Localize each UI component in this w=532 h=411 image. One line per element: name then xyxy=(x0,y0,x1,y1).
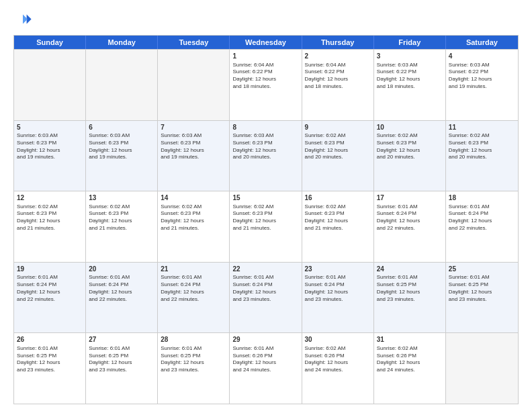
calendar-header: SundayMondayTuesdayWednesdayThursdayFrid… xyxy=(14,36,518,49)
calendar-cell: 31Sunrise: 6:02 AMSunset: 6:26 PMDayligh… xyxy=(374,333,446,404)
logo xyxy=(13,11,35,30)
cell-line: Sunrise: 6:03 AM xyxy=(161,132,226,140)
cell-line: Sunset: 6:23 PM xyxy=(305,140,371,147)
cell-line: and 21 minutes. xyxy=(89,225,154,232)
cell-line: and 22 minutes. xyxy=(89,296,154,304)
calendar-cell: 22Sunrise: 6:01 AMSunset: 6:24 PMDayligh… xyxy=(230,263,302,333)
cell-line: Sunset: 6:22 PM xyxy=(449,68,515,76)
cell-line: Sunrise: 6:02 AM xyxy=(305,132,371,140)
cell-line: and 18 minutes. xyxy=(377,83,443,91)
cell-line: and 22 minutes. xyxy=(17,296,83,304)
cell-line: Daylight: 12 hours xyxy=(449,218,515,225)
calendar-cell: 2Sunrise: 6:04 AMSunset: 6:22 PMDaylight… xyxy=(302,50,374,120)
cell-line: Sunset: 6:26 PM xyxy=(232,353,298,360)
calendar-cell: 21Sunrise: 6:01 AMSunset: 6:24 PMDayligh… xyxy=(158,263,230,333)
cell-line: Sunset: 6:22 PM xyxy=(232,68,298,76)
cell-line: Sunset: 6:23 PM xyxy=(232,210,298,218)
cell-line: and 21 minutes. xyxy=(232,225,298,232)
day-number: 15 xyxy=(232,193,298,203)
cell-line: Sunset: 6:24 PM xyxy=(305,281,371,289)
cell-line: Daylight: 12 hours xyxy=(17,218,83,225)
day-number: 3 xyxy=(377,52,443,61)
day-number: 8 xyxy=(232,123,298,132)
cell-line: Sunset: 6:23 PM xyxy=(17,210,83,218)
cell-line: Daylight: 12 hours xyxy=(377,218,443,225)
cell-line: Sunrise: 6:01 AM xyxy=(89,345,154,353)
cell-line: and 19 minutes. xyxy=(17,154,83,161)
cell-line: and 23 minutes. xyxy=(377,296,443,304)
day-number: 4 xyxy=(449,52,515,61)
cell-line: and 24 minutes. xyxy=(305,367,371,374)
calendar-cell: 28Sunrise: 6:01 AMSunset: 6:25 PMDayligh… xyxy=(158,333,230,404)
cell-line: and 19 minutes. xyxy=(161,154,226,161)
day-number: 26 xyxy=(17,335,83,345)
cell-line: Daylight: 12 hours xyxy=(161,359,226,367)
day-number: 18 xyxy=(449,193,515,203)
cell-line: Sunrise: 6:02 AM xyxy=(377,345,443,353)
calendar-cell: 6Sunrise: 6:03 AMSunset: 6:23 PMDaylight… xyxy=(86,121,158,191)
cell-line: Sunset: 6:25 PM xyxy=(89,353,154,360)
cell-line: Daylight: 12 hours xyxy=(161,147,226,154)
cell-line: Sunrise: 6:01 AM xyxy=(17,274,83,281)
cell-line: Sunset: 6:26 PM xyxy=(305,353,371,360)
cell-line: Daylight: 12 hours xyxy=(17,147,83,154)
cell-line: Sunset: 6:23 PM xyxy=(232,140,298,147)
day-number: 21 xyxy=(161,265,226,274)
calendar-cell: 7Sunrise: 6:03 AMSunset: 6:23 PMDaylight… xyxy=(158,121,230,191)
cell-line: Sunset: 6:23 PM xyxy=(161,140,226,147)
day-number: 23 xyxy=(305,265,371,274)
header xyxy=(13,11,519,30)
cell-line: and 23 minutes. xyxy=(305,296,371,304)
cell-line: and 23 minutes. xyxy=(232,296,298,304)
cell-line: Sunrise: 6:03 AM xyxy=(232,132,298,140)
cell-line: Sunset: 6:23 PM xyxy=(449,140,515,147)
calendar-row: 19Sunrise: 6:01 AMSunset: 6:24 PMDayligh… xyxy=(14,262,518,333)
cell-line: Sunset: 6:25 PM xyxy=(449,281,515,289)
calendar-cell xyxy=(86,50,158,120)
calendar-cell xyxy=(158,50,230,120)
cell-line: Daylight: 12 hours xyxy=(377,147,443,154)
cell-line: Sunset: 6:24 PM xyxy=(89,281,154,289)
cell-line: Sunrise: 6:01 AM xyxy=(232,345,298,353)
day-number: 7 xyxy=(161,123,226,132)
day-number: 27 xyxy=(89,335,154,345)
day-number: 20 xyxy=(89,265,154,274)
cell-line: Sunset: 6:23 PM xyxy=(161,210,226,218)
cell-line: Daylight: 12 hours xyxy=(89,147,154,154)
cell-line: and 22 minutes. xyxy=(377,225,443,232)
cell-line: Sunset: 6:23 PM xyxy=(305,210,371,218)
cell-line: Sunset: 6:22 PM xyxy=(305,68,371,76)
cell-line: Sunrise: 6:01 AM xyxy=(377,203,443,211)
cell-line: and 24 minutes. xyxy=(232,367,298,374)
day-number: 19 xyxy=(17,265,83,274)
cell-line: Sunrise: 6:01 AM xyxy=(161,345,226,353)
cell-line: Daylight: 12 hours xyxy=(305,76,371,83)
cell-line: Sunrise: 6:01 AM xyxy=(232,274,298,281)
cell-line: and 18 minutes. xyxy=(232,83,298,91)
cell-line: Sunset: 6:26 PM xyxy=(377,353,443,360)
cell-line: and 20 minutes. xyxy=(305,154,371,161)
cell-line: and 23 minutes. xyxy=(17,367,83,374)
cell-line: Sunrise: 6:02 AM xyxy=(161,203,226,211)
calendar-cell: 14Sunrise: 6:02 AMSunset: 6:23 PMDayligh… xyxy=(158,191,230,262)
calendar-header-cell: Tuesday xyxy=(158,36,230,49)
day-number: 1 xyxy=(232,52,298,61)
cell-line: Daylight: 12 hours xyxy=(89,289,154,296)
cell-line: and 20 minutes. xyxy=(232,154,298,161)
calendar-cell: 17Sunrise: 6:01 AMSunset: 6:24 PMDayligh… xyxy=(374,191,446,262)
cell-line: Daylight: 12 hours xyxy=(449,289,515,296)
cell-line: and 24 minutes. xyxy=(377,367,443,374)
day-number: 31 xyxy=(377,335,443,345)
cell-line: Sunset: 6:25 PM xyxy=(377,281,443,289)
cell-line: and 21 minutes. xyxy=(161,225,226,232)
day-number: 29 xyxy=(232,335,298,345)
calendar-cell: 3Sunrise: 6:03 AMSunset: 6:22 PMDaylight… xyxy=(374,50,446,120)
cell-line: Sunset: 6:23 PM xyxy=(89,140,154,147)
cell-line: and 18 minutes. xyxy=(305,83,371,91)
cell-line: Sunset: 6:24 PM xyxy=(161,281,226,289)
day-number: 22 xyxy=(232,265,298,274)
calendar-cell: 24Sunrise: 6:01 AMSunset: 6:25 PMDayligh… xyxy=(374,263,446,333)
day-number: 11 xyxy=(449,123,515,132)
cell-line: Sunrise: 6:02 AM xyxy=(305,345,371,353)
cell-line: Sunset: 6:25 PM xyxy=(161,353,226,360)
